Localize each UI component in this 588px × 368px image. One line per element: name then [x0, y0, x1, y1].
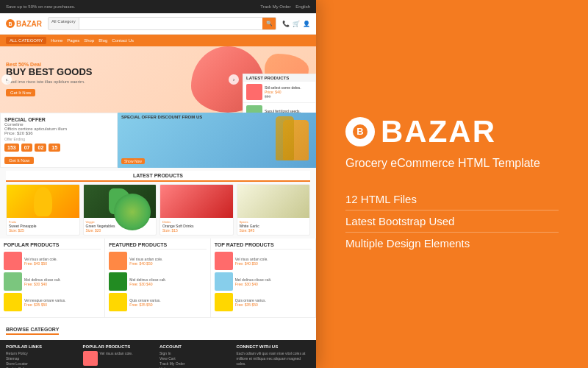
svg-text:B: B: [356, 126, 363, 137]
hero-text: Best 50% Deal BUY BEST GOODS Quod imo ri…: [6, 62, 93, 96]
popular-item-price-2: Free: $30 $40: [24, 282, 101, 286]
product-price-3: Size: $15: [162, 228, 231, 233]
footer-link-3[interactable]: Store Locator: [6, 361, 80, 366]
footer-connect-desc: Each odiam vili quo nam nise vitol coles…: [237, 351, 311, 367]
featured-item-img-3: [109, 293, 127, 311]
nav-shop[interactable]: Shop: [84, 38, 94, 43]
popular-item-price-3: Free: $35 $50: [24, 302, 101, 307]
timer-seconds: 15: [49, 144, 60, 152]
list-item: Mel delinus clisse calt. Free: $30 $40: [109, 272, 206, 291]
top-rated-products-title: TOP RATED PRODUCTS: [215, 242, 312, 250]
latest-products-section: LATEST PRODUCTS Fruits Sweet Pineapple S…: [0, 168, 316, 238]
products-grid: Fruits Sweet Pineapple Size: $25 Veggie …: [6, 184, 310, 236]
timer-hours: 07: [21, 144, 33, 152]
top-rated-item-price-3: Free: $35 $50: [235, 302, 312, 307]
footer-account-link-2[interactable]: View Cart: [159, 356, 234, 361]
featured-item-img-1: [109, 252, 127, 270]
footer-account-link-1[interactable]: Sign In: [159, 351, 234, 355]
special-offer-price: Price: $20 $36: [4, 131, 113, 135]
brand-name: BAZAR: [381, 114, 496, 149]
discount-title: SPECIAL OFFER DISCOUNT FROM US: [121, 115, 202, 119]
site-logo: B BAZAR: [6, 19, 42, 28]
nav-contact[interactable]: Contact Us: [112, 38, 134, 43]
nav-all-category[interactable]: ALL CATEGORY: [6, 37, 46, 44]
top-rated-item-img-1: [215, 252, 233, 270]
footer-col-2: POPULAR PRODUCTS Vel risus ardan cole. V…: [83, 344, 157, 368]
top-rated-item-img-3: [215, 293, 233, 311]
list-item: Mel delinus clisse calt. Free: $30 $40: [4, 272, 101, 291]
list-item: Quis ornare varius. Free: $35 $50: [215, 293, 312, 311]
product-price-1: Size: $25: [9, 228, 77, 233]
footer-account-link-3[interactable]: Track My Order: [159, 361, 234, 366]
top-rated-products-col: TOP RATED PRODUCTS Vel risus ardan cole.…: [211, 238, 316, 317]
special-offer-row: SPECIAL OFFER Corneline Officin certiore…: [0, 113, 316, 168]
footer-popular-products-title: POPULAR PRODUCTS: [83, 344, 157, 349]
list-item: Mel delinus clisse calt. Free: $30 $40: [215, 272, 312, 291]
nav-home[interactable]: Home: [51, 38, 62, 43]
featured-item-img-2: [109, 272, 127, 291]
feature-item-design-elements: Multiple Design Elements: [345, 233, 559, 254]
hero-button[interactable]: Get It Now: [6, 89, 35, 96]
featured-item-price-3: Free: $35 $50: [129, 302, 206, 307]
nav-pages[interactable]: Pages: [67, 38, 79, 43]
product-price-4: Size: $45: [240, 228, 308, 233]
brand-subtitle: Grocery eCommerce HTML Template: [345, 157, 559, 170]
nav-blog[interactable]: Blog: [98, 38, 107, 43]
special-offer-image: SPECIAL OFFER DISCOUNT FROM US Show Now: [118, 113, 316, 168]
footer-product-1[interactable]: Vel risus ardan cole.: [100, 351, 133, 365]
footer-popular-links-title: POPULAR LINKS: [6, 344, 80, 349]
popular-item-img-1: [4, 252, 22, 270]
search-button[interactable]: 🔍: [262, 18, 276, 29]
feature-item-bootstrap: Latest Bootstrap Used: [345, 210, 559, 233]
cart-icon[interactable]: 🛒: [293, 21, 300, 27]
product-image-drinks: [160, 185, 233, 218]
bottom-products-section: POPULAR PRODUCTS Vel risus ardan cole. F…: [0, 238, 316, 317]
brand-icon: B: [345, 117, 375, 146]
popular-item-img-3: [4, 293, 22, 311]
browse-category-title: BROWSE CATEGORY: [6, 327, 59, 335]
latest-products-title: LATEST PRODUCTS: [243, 74, 315, 82]
popular-item-img-2: [4, 272, 22, 291]
show-now-button[interactable]: Show Now: [121, 158, 145, 164]
website-preview: Save up to 50% on new purchases. Track M…: [0, 0, 316, 368]
hero-prev-button[interactable]: ‹: [1, 74, 12, 85]
special-offer-box: SPECIAL OFFER Corneline Officin certiore…: [0, 113, 118, 168]
logo-icon: B: [6, 19, 15, 28]
popular-item-price-1: Free: $40 $50: [24, 261, 101, 266]
product-image-pineapple: [7, 185, 79, 218]
footer-col-1: POPULAR LINKS Return Policy Sitemap Stor…: [6, 344, 80, 368]
header-icons: 📞 🛒 👤: [282, 21, 310, 27]
top-rated-item-img-2: [215, 272, 233, 291]
search-bar[interactable]: All Category 🔍: [48, 17, 276, 30]
product-image-garlic: [237, 185, 310, 218]
special-offer-title: SPECIAL OFFER: [4, 117, 113, 122]
list-item: Vel risus ardan cole. Free: $40 $50: [4, 252, 101, 270]
product-card-drinks: Drinks Orange Soft Drinks Size: $15: [159, 184, 234, 236]
top-rated-item-price-1: Free: $40 $50: [235, 261, 312, 266]
footer-link-2[interactable]: Sitemap: [6, 356, 80, 361]
site-footer: POPULAR LINKS Return Policy Sitemap Stor…: [0, 340, 316, 368]
product-card-pineapple: Fruits Sweet Pineapple Size: $25: [6, 184, 80, 236]
category-dropdown[interactable]: All Category: [49, 18, 79, 29]
product-info-panel: B BAZAR Grocery eCommerce HTML Template …: [316, 0, 588, 368]
footer-connect-title: CONNECT WITH US: [237, 344, 311, 349]
featured-products-title: FEATURED PRODUCTS: [109, 242, 206, 250]
footer-account-title: ACCOUNT: [159, 344, 234, 349]
featured-item-price-2: Free: $30 $40: [129, 282, 206, 286]
list-item: Vel risus ardan cole. Free: $40 $50: [109, 252, 206, 270]
features-list: 12 HTML Files Latest Bootstrap Used Mult…: [345, 188, 559, 254]
special-offer-button[interactable]: Get It Now: [4, 157, 34, 164]
featured-products-col: FEATURED PRODUCTS Vel risus ardan cole. …: [105, 238, 210, 317]
footer-col-4: CONNECT WITH US Each odiam vili quo nam …: [237, 344, 311, 368]
user-icon[interactable]: 👤: [303, 21, 310, 27]
list-item: Quis ornare varius. Free: $35 $50: [109, 293, 206, 311]
popular-products-title: POPULAR PRODUCTS: [4, 242, 101, 250]
footer-product-img-1: [83, 351, 98, 366]
latest-item-oldprice-1: $50: [265, 94, 312, 99]
offer-ending-label: Offer Ending: [4, 137, 113, 141]
hero-next-button[interactable]: ›: [229, 74, 239, 85]
kiwi-decoration: [114, 194, 151, 230]
footer-link-1[interactable]: Return Policy: [6, 351, 80, 355]
search-input[interactable]: [79, 18, 262, 29]
site-header: B BAZAR All Category 🔍 📞 🛒 👤: [0, 13, 316, 35]
